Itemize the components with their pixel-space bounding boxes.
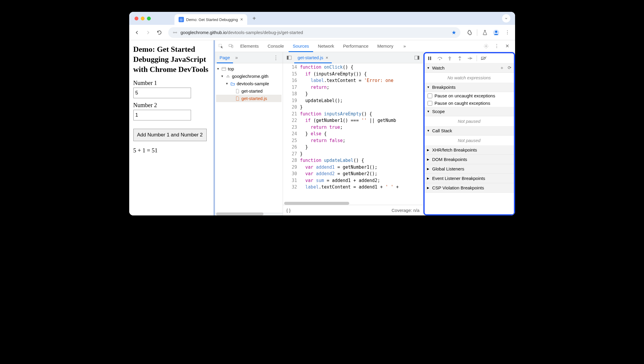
svg-point-18	[471, 58, 472, 59]
address-bar[interactable]: googlechrome.github.io/devtools-samples/…	[168, 27, 460, 38]
pause-caught-checkbox[interactable]	[428, 101, 432, 106]
titlebar: ◎ Demo: Get Started Debugging × +	[129, 12, 515, 25]
line-gutter: 14151617181920212223242526272829303132	[283, 63, 300, 202]
close-file-button[interactable]: ×	[326, 55, 328, 60]
reload-button[interactable]	[155, 28, 164, 37]
navigator-more-button[interactable]: »	[233, 55, 240, 60]
browser-window: ◎ Demo: Get Started Debugging × + google…	[129, 12, 515, 215]
panel-dom-breakpoints[interactable]: ▶DOM Breakpoints	[425, 155, 514, 164]
add-button[interactable]: Add Number 1 and Number 2	[133, 129, 207, 141]
url-text: googlechrome.github.io/devtools-samples/…	[181, 30, 449, 35]
bookmark-star-icon[interactable]: ★	[452, 29, 456, 36]
editor-scrollbar[interactable]	[283, 202, 423, 205]
callstack-body: Not paused	[425, 136, 514, 145]
panel-csp-violation-breakpoints[interactable]: ▶CSP Violation Breakpoints	[425, 183, 514, 193]
maximize-window-button[interactable]	[147, 17, 151, 20]
svg-point-16	[449, 59, 450, 60]
svg-point-17	[459, 59, 460, 60]
labs-icon[interactable]	[480, 28, 490, 37]
tab-list-button[interactable]	[502, 14, 510, 22]
editor-footer: { } Coverage: n/a	[283, 205, 423, 215]
coverage-text: Coverage: n/a	[391, 208, 419, 213]
navigator-tab-page[interactable]: Page	[217, 52, 233, 63]
code-editor[interactable]: 14151617181920212223242526272829303132 f…	[283, 63, 423, 202]
debugger-panel: ▼Watch＋⟳ No watch expressions ▼Breakpoin…	[423, 52, 515, 215]
more-tabs-button[interactable]: »	[399, 40, 410, 52]
browser-tab[interactable]: ◎ Demo: Get Started Debugging ×	[174, 14, 247, 25]
navigator-menu-icon[interactable]: ⋮	[271, 54, 281, 61]
devtools-tab-performance[interactable]: Performance	[339, 40, 373, 52]
settings-icon[interactable]	[481, 41, 491, 51]
pause-uncaught-row[interactable]: Pause on uncaught exceptions	[425, 92, 514, 99]
number1-input[interactable]	[133, 88, 191, 98]
watch-body: No watch expressions	[425, 73, 514, 83]
profile-icon[interactable]	[491, 28, 501, 37]
page-heading: Demo: Get Started Debugging JavaScript w…	[133, 44, 209, 74]
number2-label: Number 2	[133, 102, 209, 109]
browser-menu-icon[interactable]: ⋮	[503, 28, 512, 37]
devtools-tab-sources[interactable]: Sources	[289, 40, 313, 52]
close-window-button[interactable]	[135, 17, 138, 20]
panel-global-listeners[interactable]: ▶Global Listeners	[425, 164, 514, 174]
step-over-icon[interactable]	[436, 56, 443, 61]
svg-rect-5	[229, 44, 232, 47]
site-info-icon[interactable]	[172, 30, 178, 35]
step-out-icon[interactable]	[457, 56, 463, 61]
devtools-tab-console[interactable]: Console	[263, 40, 288, 52]
favicon-icon: ◎	[179, 17, 184, 22]
editor-tab[interactable]: get-started.js×	[294, 52, 332, 63]
editor-panel: get-started.js× 141516171819202122232425…	[283, 52, 423, 215]
source-code: function onClick() { if (inputsAreEmpty(…	[300, 63, 423, 202]
number2-input[interactable]	[133, 110, 191, 120]
navigator-panel: Page » ⋮ ▼top ▼googlechrome.gith ▼devtoo…	[215, 52, 283, 215]
panel-event-listener-breakpoints[interactable]: ▶Event Listener Breakpoints	[425, 174, 514, 183]
devtools-tabbar: ElementsConsoleSourcesNetworkPerformance…	[215, 40, 515, 52]
pause-caught-row[interactable]: Pause on caught exceptions	[425, 99, 514, 107]
callstack-header[interactable]: ▼Call Stack	[425, 126, 514, 136]
devtools-tab-elements[interactable]: Elements	[236, 40, 263, 52]
tree-domain[interactable]: ▼googlechrome.gith	[216, 73, 281, 80]
breakpoints-header[interactable]: ▼Breakpoints	[425, 83, 514, 92]
deactivate-breakpoints-icon[interactable]	[480, 56, 487, 60]
navigator-scrollbar[interactable]	[215, 212, 283, 215]
result-text: 5 + 1 = 51	[133, 147, 209, 154]
browser-toolbar: googlechrome.github.io/devtools-samples/…	[129, 25, 515, 40]
svg-point-7	[485, 45, 487, 47]
svg-rect-10	[287, 56, 288, 59]
number1-label: Number 1	[133, 80, 209, 86]
forward-button[interactable]	[143, 28, 153, 37]
pretty-print-icon[interactable]: { }	[287, 208, 291, 213]
pause-icon[interactable]	[426, 56, 433, 61]
svg-rect-14	[430, 57, 431, 60]
devtools-menu-icon[interactable]: ⋮	[492, 41, 501, 51]
close-devtools-button[interactable]: ✕	[503, 41, 512, 51]
tree-file-html[interactable]: get-started	[216, 87, 281, 95]
close-tab-button[interactable]: ×	[240, 17, 243, 22]
devtools-tab-memory[interactable]: Memory	[373, 40, 397, 52]
content-area: Demo: Get Started Debugging JavaScript w…	[129, 40, 515, 215]
toggle-navigator-icon[interactable]	[284, 55, 294, 60]
step-icon[interactable]	[467, 56, 473, 60]
scope-header[interactable]: ▼Scope	[425, 107, 514, 116]
inspect-icon[interactable]	[216, 41, 226, 51]
extensions-icon[interactable]	[465, 28, 474, 37]
toggle-debugger-icon[interactable]	[412, 55, 422, 60]
scope-body: Not paused	[425, 116, 514, 126]
devtools: ElementsConsoleSourcesNetworkPerformance…	[215, 40, 515, 215]
new-tab-button[interactable]: +	[250, 15, 258, 22]
refresh-watch-icon[interactable]: ⟳	[508, 65, 512, 71]
watch-header[interactable]: ▼Watch＋⟳	[425, 63, 514, 73]
devtools-tab-network[interactable]: Network	[314, 40, 338, 52]
add-watch-icon[interactable]: ＋	[500, 65, 504, 71]
tree-folder[interactable]: ▼devtools-sample	[216, 80, 281, 87]
pause-uncaught-checkbox[interactable]	[428, 94, 432, 98]
device-toggle-icon[interactable]	[226, 41, 236, 51]
navigator-tabs: Page » ⋮	[215, 52, 283, 63]
tree-file-js[interactable]: get-started.js	[216, 95, 281, 102]
panel-xhr-fetch-breakpoints[interactable]: ▶XHR/fetch Breakpoints	[425, 145, 514, 155]
tree-top[interactable]: ▼top	[216, 65, 281, 73]
step-into-icon[interactable]	[446, 56, 453, 61]
minimize-window-button[interactable]	[141, 17, 145, 20]
back-button[interactable]	[132, 28, 142, 37]
devtools-body: Page » ⋮ ▼top ▼googlechrome.gith ▼devtoo…	[215, 52, 515, 215]
